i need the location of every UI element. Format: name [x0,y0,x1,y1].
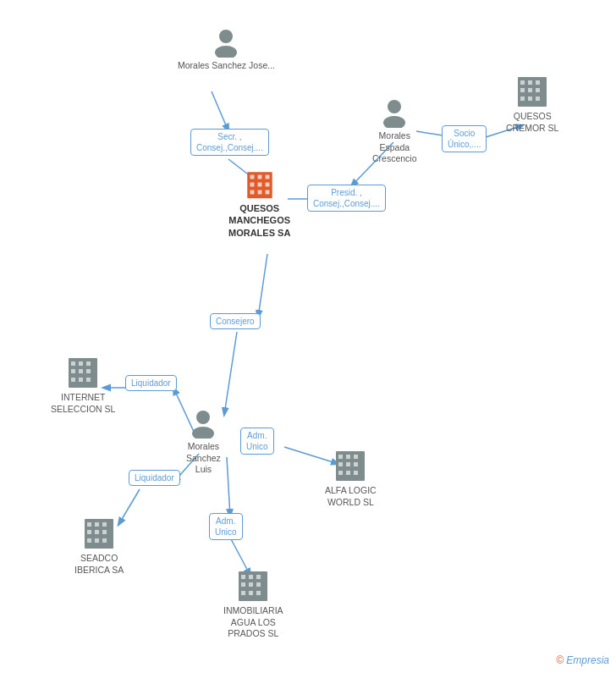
svg-rect-61 [354,471,358,475]
badge-liquidador-seadco: Liquidador [129,470,180,486]
watermark: © Empresia [556,654,609,666]
badge-adm-unico-alfa: Adm.Unico [240,428,274,455]
badge-adm-unico-inmob: Adm.Unico [209,513,243,540]
badge-presid-consej: Presid. ,Consej.,Consej.... [307,185,386,212]
svg-rect-36 [536,88,540,92]
seadco-icon [84,516,114,550]
svg-rect-32 [528,80,532,85]
svg-rect-74 [249,575,253,579]
svg-rect-75 [256,575,261,579]
morales-espada-icon [379,97,410,128]
badge-secr-consej: Secr. ,Consej.,Consej.... [190,129,269,156]
svg-rect-24 [265,183,269,187]
svg-rect-25 [250,190,254,195]
svg-rect-43 [86,361,91,366]
svg-rect-45 [79,369,83,373]
brand-name: Empresia [566,654,609,666]
quesos-cremor-label: QUESOSCREMOR SL [506,111,558,134]
svg-rect-55 [354,455,358,459]
svg-rect-35 [528,88,532,92]
node-morales-jose: Morales Sanchez Jose... [178,27,275,72]
svg-rect-46 [86,369,91,373]
svg-rect-67 [95,530,99,534]
svg-rect-37 [520,97,525,101]
alfa-logic-icon [335,449,366,483]
node-internet-seleccion: INTERNETSELECCION SL [51,356,115,415]
badge-consejero: Consejero [210,313,261,329]
svg-rect-49 [86,378,91,382]
badge-socio-unico: SocioÚnico,.... [442,125,487,152]
svg-rect-60 [346,471,350,475]
node-inmobiliaria: INMOBILIARIAAGUA LOSPRADOS SL [223,569,283,640]
svg-rect-44 [71,369,75,373]
socio-unico-badge: SocioÚnico,.... [442,125,487,152]
svg-rect-20 [257,175,261,179]
svg-rect-76 [241,582,245,587]
svg-rect-70 [95,538,99,543]
svg-point-17 [215,46,237,58]
svg-rect-57 [346,462,350,466]
svg-rect-31 [520,80,525,85]
internet-seleccion-label: INTERNETSELECCION SL [51,392,115,415]
svg-line-14 [227,457,230,516]
svg-rect-63 [87,522,91,527]
svg-rect-64 [95,522,99,527]
svg-rect-41 [71,361,75,366]
svg-point-28 [388,100,401,113]
svg-rect-19 [250,175,254,179]
svg-rect-78 [256,582,261,587]
copyright-symbol: © [556,654,564,666]
svg-rect-42 [79,361,83,366]
svg-rect-54 [346,455,350,459]
secr-consej-badge: Secr. ,Consej.,Consej.... [190,129,269,156]
svg-rect-21 [265,175,269,179]
svg-line-7 [224,332,237,415]
svg-rect-26 [257,190,261,195]
svg-point-16 [219,30,233,43]
svg-rect-59 [338,471,343,475]
seadco-label: SEADCOIBERICA SA [74,553,124,576]
svg-rect-79 [241,591,245,595]
svg-rect-56 [338,462,343,466]
svg-point-51 [192,427,214,439]
diagram-container: Morales Sanchez Jose... Secr. ,Consej.,C… [0,0,616,673]
person-icon [211,27,241,58]
svg-rect-73 [241,575,245,579]
morales-luis-icon [188,408,218,439]
consejero-badge: Consejero [210,313,261,329]
svg-rect-39 [536,97,540,101]
svg-rect-66 [87,530,91,534]
svg-line-0 [212,91,228,131]
svg-rect-77 [249,582,253,587]
svg-rect-53 [338,455,343,459]
node-morales-espada: MoralesEspadaCrescencio [372,97,417,165]
morales-luis-label: MoralesSanchezLuis [186,441,221,476]
presid-consej-badge: Presid. ,Consej.,Consej.... [307,185,386,212]
svg-rect-80 [249,591,253,595]
liquidador-internet-badge: Liquidador [125,375,177,391]
inmobiliaria-label: INMOBILIARIAAGUA LOSPRADOS SL [223,605,283,640]
svg-point-50 [196,411,210,424]
svg-rect-81 [256,591,261,595]
svg-rect-38 [528,97,532,101]
svg-rect-69 [87,538,91,543]
svg-rect-68 [102,530,107,534]
svg-point-29 [383,116,405,128]
svg-rect-34 [520,88,525,92]
svg-rect-47 [71,378,75,382]
svg-rect-65 [102,522,107,527]
internet-seleccion-icon [68,356,98,389]
liquidador-seadco-badge: Liquidador [129,470,180,486]
svg-rect-58 [354,462,358,466]
node-morales-luis: MoralesSanchezLuis [186,408,221,476]
adm-unico-inmob-badge: Adm.Unico [209,513,243,540]
badge-liquidador-internet: Liquidador [125,375,177,391]
node-quesos-manchegos: QUESOSMANCHEGOSMORALES SA [228,169,290,239]
building-orange-icon [245,169,275,200]
svg-rect-27 [265,190,269,195]
svg-line-6 [258,254,267,317]
node-seadco: SEADCOIBERICA SA [74,516,124,576]
inmobiliaria-icon [238,569,268,603]
morales-jose-label: Morales Sanchez Jose... [178,60,275,72]
alfa-logic-label: ALFA LOGICWORLD SL [325,485,377,508]
